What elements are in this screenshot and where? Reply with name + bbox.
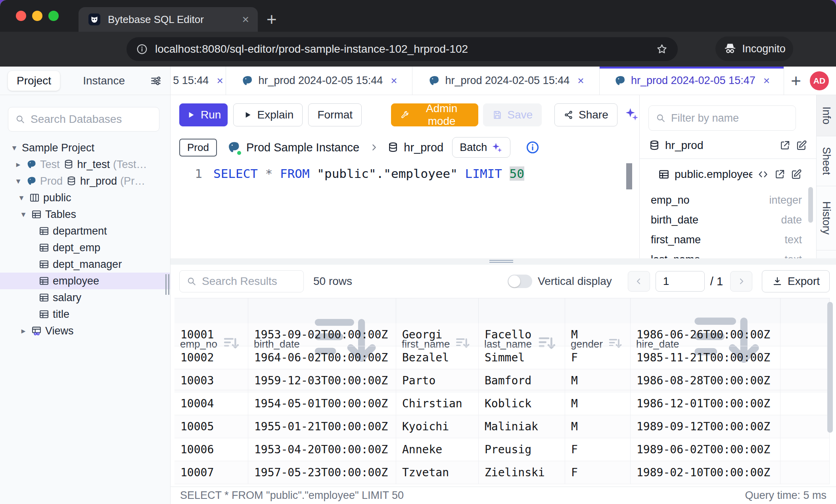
sql-code-editor[interactable]: 1 SELECT * FROM "public"."employee" LIMI… [171,160,639,258]
table-cell: 1986-06-26T00:00:00Z [631,323,780,346]
table-icon [38,259,50,270]
tree-item-public[interactable]: ▾public [0,189,170,206]
incognito-icon [723,42,737,56]
tree-item-salary[interactable]: salary [0,289,170,306]
tab-close-icon[interactable]: × [763,74,770,87]
panel-resize-divider[interactable] [171,258,836,265]
code-icon[interactable] [757,168,769,180]
bookmark-star-icon[interactable] [656,43,668,55]
vertical-display-toggle[interactable] [508,275,532,288]
results-scrollbar[interactable] [827,302,833,433]
table-row[interactable]: 100041954-05-01T00:00:00ZChirstianKoblic… [174,392,830,415]
table-cell: Bamford [479,369,565,392]
instance-name[interactable]: Prod Sample Instance [246,141,359,154]
column-row-first_name[interactable]: first_nametext [640,230,816,250]
tree-item-department[interactable]: department [0,223,170,239]
table-cell-empty [780,461,830,484]
next-page-button[interactable] [730,271,752,292]
batch-button[interactable]: Batch [452,137,510,158]
browser-tab-title: Bytebase SQL Editor [108,13,236,26]
table-row[interactable]: 100011953-09-02T00:00:00ZGeorgiFacelloM1… [174,323,830,346]
table-row[interactable]: 100071957-05-23T00:00:00ZTzvetanZielinsk… [174,461,830,484]
share-button[interactable]: Share [554,103,617,126]
new-tab-button[interactable]: + [267,9,277,30]
table-cell: Preusig [479,438,565,461]
table-icon [38,275,50,286]
tree-item-sample-project[interactable]: ▾Sample Project [0,139,170,156]
external-link-icon[interactable] [774,168,786,180]
filter-by-name-input[interactable]: Filter by name [648,105,796,131]
save-button[interactable]: Save [483,103,542,126]
environment-label: Prod [40,175,63,187]
column-row-birth_date[interactable]: birth_datedate [640,210,816,230]
prev-page-button[interactable] [628,271,650,292]
tab-close-icon[interactable]: × [577,74,584,87]
page-number-input[interactable]: 1 [656,271,705,292]
schema-panel: Filter by name hr_prod public.employee e… [639,95,816,258]
column-list-scrollbar[interactable] [808,187,813,223]
zoom-button[interactable] [48,11,59,21]
column-name: birth_date [651,214,698,226]
column-row-last_name[interactable]: last_nametext [640,250,816,258]
close-button[interactable] [16,11,26,21]
schema-table-row[interactable]: public.employee [640,161,816,188]
caret-down-icon: ▾ [19,210,28,219]
tree-item-dept-manager[interactable]: dept_manager [0,256,170,273]
side-tab-sheet[interactable]: Sheet [817,136,836,186]
tab-close-icon[interactable]: × [391,74,397,87]
tree-item-hr-test[interactable]: ▸Testhr_test(Test… [0,156,170,173]
tree-item-hr-prod[interactable]: ▾Prodhr_prod(Pr… [0,173,170,189]
avatar[interactable]: AD [810,71,829,90]
format-button[interactable]: Format [308,103,362,126]
search-results-input[interactable]: Search Results [179,270,304,292]
sidebar: Project Instance Search Databases ▾Sampl… [0,67,171,504]
run-button[interactable]: Run [179,103,228,126]
new-sheet-button[interactable]: + [788,71,803,91]
info-icon[interactable] [525,140,540,155]
explain-button[interactable]: Explain [233,103,303,126]
side-tab-info[interactable]: Info [817,95,836,136]
tab-close-icon[interactable]: × [217,74,223,87]
tree-item-tables[interactable]: ▾Tables [0,206,170,223]
row-count: 50 rows [313,275,352,288]
filter-settings-icon[interactable] [150,74,162,87]
tab-project[interactable]: Project [8,71,60,91]
search-databases-input[interactable]: Search Databases [8,107,159,132]
editor-tab-4-active[interactable]: hr_prod 2024-02-05 15:47× [600,67,784,95]
column-row-emp_no[interactable]: emp_nointeger [640,190,816,210]
side-tab-history[interactable]: History [817,186,836,250]
browser-tab[interactable]: Bytebase SQL Editor × [79,7,258,32]
ai-sparkles-icon[interactable] [624,106,639,124]
table-row[interactable]: 100051955-01-21T00:00:00ZKyoichiMaliniak… [174,415,830,438]
database-name[interactable]: hr_prod [404,141,443,154]
edit-icon[interactable] [790,168,802,180]
tab-close-icon[interactable]: × [242,13,249,25]
tree-item-views[interactable]: ▸Views [0,323,170,339]
sidebar-resize-handle[interactable] [165,274,169,295]
tree-item-title[interactable]: title [0,306,170,323]
edit-icon[interactable] [796,139,807,151]
table-row[interactable]: 100021964-06-02T00:00:00ZBezalelSimmelF1… [174,346,830,369]
schema-database-row[interactable]: hr_prod [640,134,816,157]
tree-item-employee[interactable]: employee [0,273,170,289]
tree-item-dept-emp[interactable]: dept_emp [0,239,170,256]
table-cell-empty [780,415,830,438]
tab-instance[interactable]: Instance [74,71,134,91]
table-row[interactable]: 100031959-12-03T00:00:00ZPartoBamfordM19… [174,369,830,392]
admin-mode-button[interactable]: Admin mode [391,103,478,126]
download-icon [772,276,783,287]
minimize-button[interactable] [32,11,42,21]
editor-tab-1[interactable]: 5 15:44× [171,67,226,95]
export-button[interactable]: Export [762,270,830,292]
site-info-icon[interactable] [136,43,148,55]
editor-scrollbar[interactable] [626,163,632,189]
address-bar[interactable]: localhost:8080/sql-editor/prod-sample-in… [127,37,678,61]
column-type: text [784,234,802,246]
external-link-icon[interactable] [779,139,791,151]
instance-status-dot [236,150,242,156]
editor-tab-3[interactable]: hr_prod 2024-02-05 15:44× [412,67,600,95]
editor-tab-2[interactable]: hr_prod 2024-02-05 15:44× [226,67,412,95]
table-cell: Maliniak [479,415,565,438]
table-row[interactable]: 100061953-04-20T00:00:00ZAnnekePreusigF1… [174,438,830,461]
views-group-label: Views [45,325,74,337]
